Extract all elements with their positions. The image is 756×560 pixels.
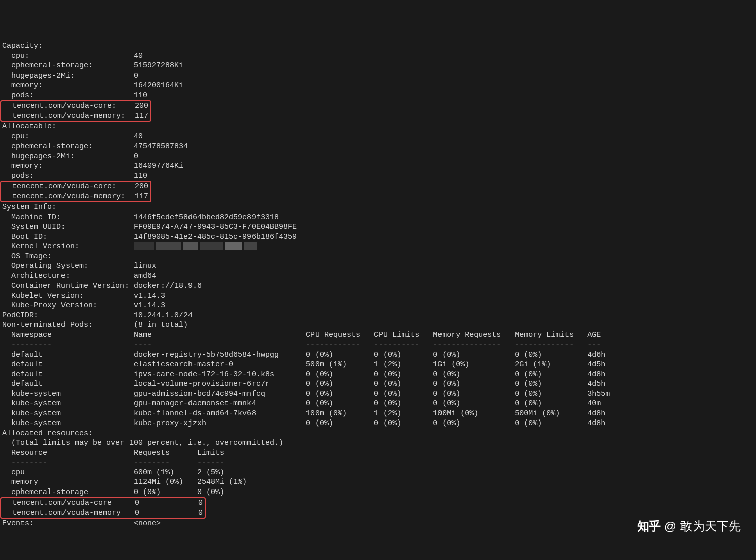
terminal-line: (Total limits may be over 100 percent, i… xyxy=(2,438,754,448)
redacted-block xyxy=(244,242,257,250)
terminal-line: Allocatable: xyxy=(2,122,754,132)
terminal-line: Kubelet Version: v1.14.3 xyxy=(2,291,754,301)
terminal-line: default docker-registry-5b758d6584-hwpgg… xyxy=(2,350,754,360)
terminal-line: System Info: xyxy=(2,202,754,213)
highlight-allocated-vcuda: tencent.com/vcuda-core 0 0 tencent.com/v… xyxy=(0,497,206,519)
terminal-line: Non-terminated Pods: (8 in total) xyxy=(2,320,754,330)
terminal-line: cpu: 40 xyxy=(2,51,754,61)
terminal-line: cpu: 40 xyxy=(2,132,754,142)
zhihu-logo: 知乎 xyxy=(637,518,660,534)
terminal-line: Architecture: amd64 xyxy=(2,271,754,282)
highlight-allocatable-vcuda: tencent.com/vcuda-core: 200 tencent.com/… xyxy=(0,181,151,202)
terminal-line: Operating System: linux xyxy=(2,261,754,271)
terminal-line: memory: 164097764Ki xyxy=(2,161,754,171)
terminal-line: Boot ID: 14f89085-41e2-485c-815c-996b186… xyxy=(2,232,754,242)
terminal-line: OS Image: xyxy=(2,252,754,262)
terminal-line: ephemeral-storage: 475478587834 xyxy=(2,142,754,152)
terminal-line: kube-system gpu-manager-daemonset-mmnk4 … xyxy=(2,399,754,409)
terminal-line: memory 1124Mi (0%) 2548Mi (1%) xyxy=(2,477,754,487)
terminal-line: pods: 110 xyxy=(2,91,754,101)
redacted-block xyxy=(225,242,242,250)
highlight-capacity-vcuda: tencent.com/vcuda-core: 200 tencent.com/… xyxy=(0,100,151,122)
terminal-line: Container Runtime Version: docker://18.9… xyxy=(2,281,754,291)
terminal-line: Kube-Proxy Version: v1.14.3 xyxy=(2,301,754,311)
terminal-line: default ipvs-care-node-172-16-32-10.k8s … xyxy=(2,370,754,380)
terminal-line: pods: 110 xyxy=(2,171,754,181)
terminal-line: Namespace Name CPU Requests CPU Limits M… xyxy=(2,330,754,340)
watermark-author: 敢为天下先 xyxy=(680,518,741,534)
redacted-block xyxy=(134,242,154,250)
terminal-line: Resource Requests Limits xyxy=(2,448,754,458)
zhihu-watermark: 知乎 @ 敢为天下先 xyxy=(637,518,741,534)
terminal-line: -------- -------- ------ xyxy=(2,458,754,468)
terminal-line: ephemeral-storage: 515927288Ki xyxy=(2,61,754,71)
terminal-line: ephemeral-storage 0 (0%) 0 (0%) xyxy=(2,487,754,498)
terminal-line: kube-system kube-flannel-ds-amd64-7kv68 … xyxy=(2,409,754,419)
terminal-line: cpu 600m (1%) 2 (5%) xyxy=(2,468,754,478)
terminal-line: --------- ---- ------------ ---------- -… xyxy=(2,340,754,350)
terminal-line: default local-volume-provisioner-6rc7r 0… xyxy=(2,379,754,389)
terminal-line: hugepages-2Mi: 0 xyxy=(2,152,754,162)
terminal-line: Capacity: xyxy=(2,41,754,51)
terminal-line: kube-system kube-proxy-xjzxh 0 (0%) 0 (0… xyxy=(2,418,754,429)
terminal-output: Capacity: cpu: 40 ephemeral-storage: 515… xyxy=(2,41,754,529)
terminal-line: Machine ID: 1446f5cdef58d64bbed82d59c89f… xyxy=(2,213,754,223)
terminal-line: System UUID: FF09E974-A747-9943-85C3-F70… xyxy=(2,222,754,232)
redacted-block xyxy=(200,242,223,250)
terminal-line: PodCIDR: 10.244.1.0/24 xyxy=(2,311,754,321)
terminal-line: memory: 164200164Ki xyxy=(2,81,754,91)
redacted-block xyxy=(156,242,181,250)
terminal-line: Allocated resources: xyxy=(2,429,754,439)
redacted-block xyxy=(183,242,198,250)
terminal-line: hugepages-2Mi: 0 xyxy=(2,71,754,81)
watermark-sep: @ xyxy=(664,518,676,534)
terminal-line: default elasticsearch-master-0 500m (1%)… xyxy=(2,360,754,370)
terminal-line: kube-system gpu-admission-bcd74c994-mnfc… xyxy=(2,389,754,399)
kernel-version-line: Kernel Version: xyxy=(2,242,754,252)
